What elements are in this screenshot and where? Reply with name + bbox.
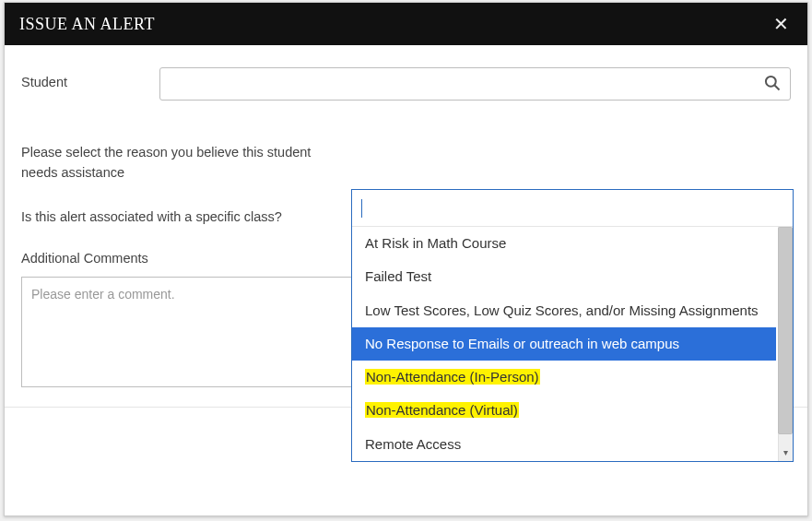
modal-title: ISSUE AN ALERT (19, 15, 155, 34)
scrollbar-track[interactable]: ▾ (778, 227, 793, 461)
reason-option[interactable]: Low Test Scores, Low Quiz Scores, and/or… (352, 294, 776, 327)
scroll-down-arrow[interactable]: ▾ (780, 448, 791, 459)
reason-label: Please select the reason you believe thi… (21, 143, 335, 184)
modal-header: ISSUE AN ALERT ✕ (5, 3, 807, 45)
issue-alert-modal: ISSUE AN ALERT ✕ Student Please select t… (4, 2, 808, 516)
text-cursor (361, 199, 362, 218)
reason-options-list: At Risk in Math CourseFailed TestLow Tes… (352, 227, 793, 461)
reason-dropdown[interactable]: At Risk in Math CourseFailed TestLow Tes… (351, 189, 794, 462)
class-question-label: Is this alert associated with a specific… (21, 207, 335, 228)
student-search-input[interactable] (159, 67, 791, 101)
student-label: Student (21, 67, 159, 89)
reason-option[interactable]: At Risk in Math Course (352, 227, 776, 260)
reason-option[interactable]: Failed Test (352, 260, 776, 293)
reason-option[interactable]: No Response to Emails or outreach in web… (352, 327, 776, 361)
reason-option[interactable]: Non-Attendance (Virtual) (352, 394, 776, 427)
reason-option[interactable]: Non-Attendance (In-Person) (352, 361, 776, 394)
close-icon[interactable]: ✕ (771, 13, 793, 35)
reason-dropdown-input[interactable] (352, 190, 793, 227)
reason-option[interactable]: Remote Access (352, 428, 776, 461)
scrollbar-thumb[interactable] (778, 227, 793, 434)
